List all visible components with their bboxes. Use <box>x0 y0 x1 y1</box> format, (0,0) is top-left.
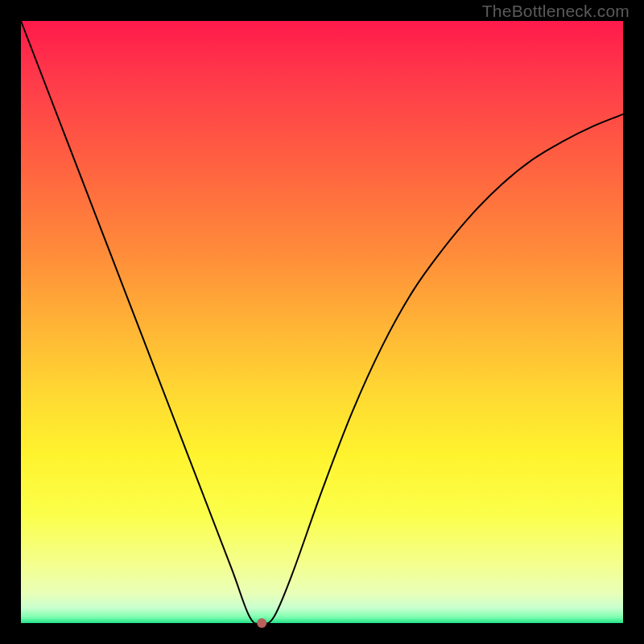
chart-frame: TheBottleneck.com <box>0 0 644 644</box>
curve-svg <box>21 21 623 623</box>
plot-area <box>21 21 623 623</box>
bottleneck-curve <box>21 21 623 624</box>
optimum-marker <box>257 618 266 628</box>
watermark-text: TheBottleneck.com <box>482 2 630 21</box>
